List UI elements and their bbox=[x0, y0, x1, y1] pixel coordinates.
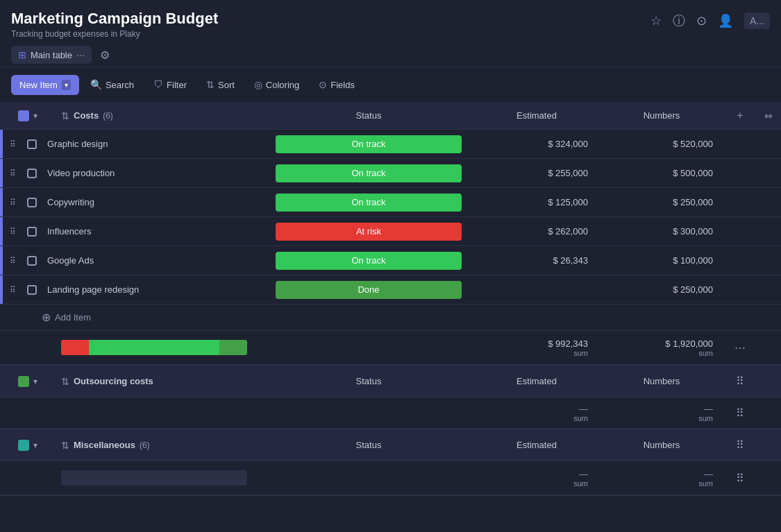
col-header-estimated: Estimated bbox=[474, 110, 599, 121]
search-label: Search bbox=[106, 80, 134, 90]
main-table-tab[interactable]: ⊞ Main table ··· bbox=[11, 46, 92, 64]
outsourcing-chevron[interactable]: ▾ bbox=[33, 377, 37, 386]
add-column-button[interactable]: ＋ bbox=[724, 108, 756, 123]
costs-checkbox[interactable] bbox=[18, 110, 29, 121]
table-wrapper: ▾ ⇅ Costs (6) Status Estimated Numbers ＋… bbox=[0, 102, 781, 496]
row-checkbox[interactable] bbox=[22, 139, 42, 149]
costs-summary-row: $ 992,343 sum $ 1,920,000 sum ⋯ bbox=[0, 331, 781, 366]
coloring-label: Coloring bbox=[266, 80, 299, 90]
status-badge[interactable]: On track bbox=[276, 194, 462, 212]
numbers-sum-label: sum bbox=[610, 349, 713, 357]
row-drag-handle[interactable]: ⠿ bbox=[3, 227, 22, 237]
status-badge[interactable]: On track bbox=[276, 252, 462, 270]
outsourcing-checkbox[interactable] bbox=[18, 376, 29, 387]
outsourcing-group-title: Outsourcing costs bbox=[74, 376, 153, 386]
outsourcing-checkbox-area[interactable]: ▾ bbox=[0, 376, 56, 387]
user-label[interactable]: A... bbox=[744, 12, 770, 29]
row-item-name: Influencers bbox=[42, 226, 263, 237]
row-drag-handle[interactable]: ⠿ bbox=[3, 198, 22, 207]
row-numbers-cell: $ 250,000 bbox=[599, 284, 724, 295]
row-checkbox[interactable] bbox=[22, 256, 42, 266]
coloring-button[interactable]: ◎ Coloring bbox=[246, 74, 308, 95]
tab-more-icon[interactable]: ··· bbox=[76, 49, 85, 60]
table-row[interactable]: ⠿ Influencers At risk $ 262,000 $ 300,00… bbox=[0, 217, 781, 246]
costs-checkbox-area[interactable]: ▾ bbox=[0, 110, 56, 121]
row-estimated-cell: $ 262,000 bbox=[474, 226, 599, 237]
table-row[interactable]: ⠿ Video production On track $ 255,000 $ … bbox=[0, 159, 781, 188]
row-status-cell[interactable]: Done bbox=[263, 281, 474, 299]
costs-title-cell: ⇅ Costs (6) bbox=[56, 110, 263, 121]
misc-est-dash: — bbox=[485, 469, 588, 479]
filter-label: Filter bbox=[167, 80, 187, 90]
row-estimated-cell: $ 255,000 bbox=[474, 168, 599, 178]
misc-num-sum-label: sum bbox=[610, 479, 713, 488]
row-estimated-cell: $ 26,343 bbox=[474, 255, 599, 266]
app-header: Marketing Campaign Budget Tracking budge… bbox=[0, 0, 781, 43]
outsourcing-more-button[interactable]: ⠿ bbox=[724, 406, 756, 420]
costs-group-title: Costs bbox=[74, 110, 99, 121]
misc-checkbox-area[interactable]: ▾ bbox=[0, 440, 56, 451]
info-icon[interactable]: ⓘ bbox=[673, 12, 685, 29]
row-status-cell[interactable]: On track bbox=[263, 194, 474, 212]
misc-more-button[interactable]: ⠿ bbox=[724, 472, 756, 485]
new-item-dropdown-arrow[interactable]: ▾ bbox=[62, 80, 71, 90]
filter-icon: ⛉ bbox=[153, 79, 163, 90]
row-checkbox[interactable] bbox=[22, 169, 42, 178]
misc-col-numbers: Numbers bbox=[599, 440, 724, 450]
misc-group-header: ▾ ⇅ Miscellaneous (6) Status Estimated N… bbox=[0, 429, 781, 461]
row-checkbox[interactable] bbox=[22, 198, 42, 207]
star-icon[interactable]: ☆ bbox=[650, 13, 662, 28]
row-item-name: Landing page redesign bbox=[42, 284, 263, 295]
row-drag-handle[interactable]: ⠿ bbox=[3, 169, 22, 178]
status-badge[interactable]: On track bbox=[276, 164, 462, 182]
table-row[interactable]: ⠿ Copywriting On track $ 125,000 $ 250,0… bbox=[0, 188, 781, 217]
header-icons-area: ☆ ⓘ ⊙ 👤 A... bbox=[650, 10, 770, 29]
outsourcing-col-status: Status bbox=[263, 376, 474, 386]
outsourcing-group-header: ▾ ⇅ Outsourcing costs Status Estimated N… bbox=[0, 366, 781, 397]
add-item-label: Add Item bbox=[55, 312, 91, 323]
misc-checkbox[interactable] bbox=[18, 440, 29, 451]
app-title: Marketing Campaign Budget bbox=[11, 10, 218, 28]
resize-handle[interactable]: ⇔ bbox=[756, 110, 781, 121]
outsourcing-add-col[interactable]: ⠿ bbox=[724, 375, 756, 388]
new-item-label: New Item bbox=[19, 80, 58, 90]
outsourcing-num-sum-label: sum bbox=[610, 414, 713, 422]
status-badge[interactable]: Done bbox=[276, 281, 462, 299]
status-badge[interactable]: On track bbox=[276, 135, 462, 153]
outsourcing-est-dash: — bbox=[485, 404, 588, 414]
outsourcing-summary-row: — sum — sum ⠿ bbox=[0, 397, 781, 429]
row-status-cell[interactable]: On track bbox=[263, 252, 474, 270]
add-item-row[interactable]: ⊕ Add Item bbox=[0, 304, 781, 331]
row-checkbox[interactable] bbox=[22, 227, 42, 237]
search-button[interactable]: 🔍 Search bbox=[82, 74, 142, 95]
camera-icon[interactable]: ⊙ bbox=[696, 13, 707, 28]
row-numbers-cell: $ 520,000 bbox=[599, 139, 724, 149]
row-drag-handle[interactable]: ⠿ bbox=[3, 285, 22, 295]
misc-chevron[interactable]: ▾ bbox=[33, 440, 37, 450]
costs-sort-icon: ⇅ bbox=[61, 110, 69, 121]
misc-add-col[interactable]: ⠿ bbox=[724, 438, 756, 452]
status-badge[interactable]: At risk bbox=[276, 223, 462, 241]
add-item-plus-icon: ⊕ bbox=[42, 311, 51, 324]
settings-icon[interactable]: ⚙ bbox=[100, 49, 110, 62]
fields-icon: ⊙ bbox=[319, 79, 327, 90]
user-icon[interactable]: 👤 bbox=[718, 13, 733, 28]
table-icon: ⊞ bbox=[18, 49, 26, 60]
row-checkbox[interactable] bbox=[22, 285, 42, 295]
row-status-cell[interactable]: On track bbox=[263, 164, 474, 182]
table-row[interactable]: ⠿ Graphic design On track $ 324,000 $ 52… bbox=[0, 130, 781, 159]
row-status-cell[interactable]: On track bbox=[263, 135, 474, 153]
fields-button[interactable]: ⊙ Fields bbox=[310, 74, 363, 95]
filter-button[interactable]: ⛉ Filter bbox=[145, 74, 195, 95]
table-row[interactable]: ⠿ Landing page redesign Done $ 250,000 bbox=[0, 275, 781, 304]
table-row[interactable]: ⠿ Google Ads On track $ 26,343 $ 100,000 bbox=[0, 246, 781, 275]
new-item-button[interactable]: New Item ▾ bbox=[11, 75, 79, 95]
misc-col-status: Status bbox=[263, 440, 474, 450]
costs-chevron[interactable]: ▾ bbox=[33, 111, 37, 121]
sort-button[interactable]: ⇅ Sort bbox=[198, 74, 243, 95]
row-drag-handle[interactable]: ⠿ bbox=[3, 139, 22, 149]
row-status-cell[interactable]: At risk bbox=[263, 223, 474, 241]
row-estimated-cell: $ 324,000 bbox=[474, 139, 599, 149]
row-drag-handle[interactable]: ⠿ bbox=[3, 256, 22, 266]
summary-more-button[interactable]: ⋯ bbox=[724, 341, 756, 354]
